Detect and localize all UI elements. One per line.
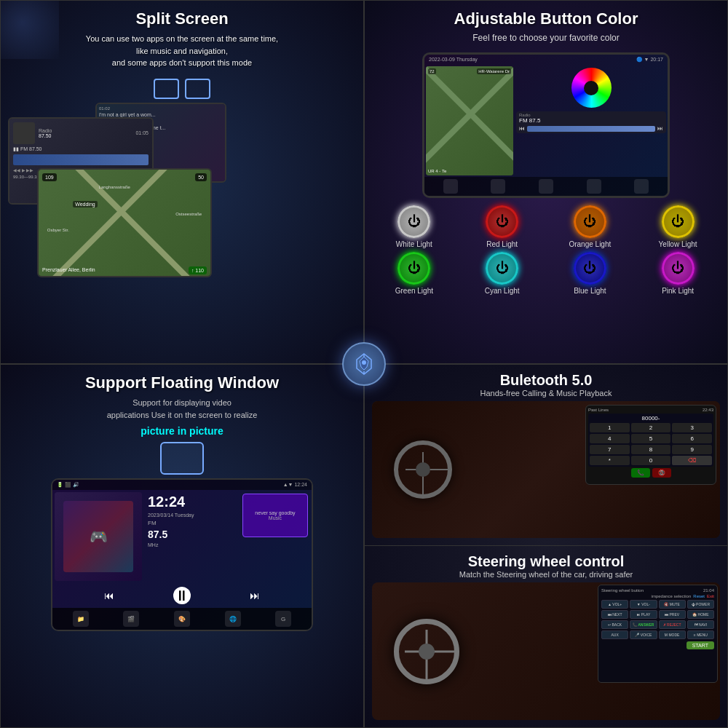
call-btn[interactable]: 📞 [631,468,650,478]
device-nav: 72 HR-Waiarere Dr UR 4 - Te [426,66,513,175]
dial-1[interactable]: 1 [590,423,630,432]
bottom-icon-2 [491,179,505,194]
fbar-chrome[interactable]: 🌐 [225,611,241,627]
floating-subtitle: Support for displaying videoapplications… [1,395,363,424]
dial-4[interactable]: 4 [590,434,630,443]
sw-btn-home[interactable]: 🏠 HOME [687,610,714,619]
dial-6[interactable]: 6 [672,434,712,443]
ctrl-next[interactable]: ⏭ [250,590,260,601]
light-white[interactable]: ⏻ White Light [372,205,456,248]
float-music-controls: ⏮ ⏸ ⏭ [52,583,312,608]
sw-btn-vol-up[interactable]: ▲ VOL+ [601,600,628,609]
dial-area: 80000- 1 2 3 4 5 6 7 [588,414,713,467]
orange-light-label: Orange Light [569,240,611,248]
sw-start-btn[interactable]: START [687,641,714,649]
sw-btn-voice[interactable]: 🎤 VOICE [630,630,657,639]
dial-2[interactable]: 2 [631,423,671,432]
sw-btn-reject[interactable]: ✗ REJECT [659,620,686,629]
orange-light-icon: ⏻ [574,205,606,238]
sw-btn-play[interactable]: ⏯ PLAY [630,610,657,619]
bt-steering-panel: Buletooth 5.0 Hands-free Calling & Music… [364,364,728,728]
sw-btn-prev[interactable]: ⏮ PREV [659,610,686,619]
dial-5[interactable]: 5 [631,434,671,443]
sw-subtitle: Match the Steering wheel of the car, dri… [372,570,720,579]
dial-0[interactable]: 0 [631,456,671,465]
fbar-theme[interactable]: 🎨 [174,611,190,627]
sw-btn-answer[interactable]: 📞 ANSWER [630,620,657,629]
sw-btn-power[interactable]: ⏻ POWER [687,600,714,609]
device-topbar: 2022-03-09 Thursday 🔵 ▼ 20:17 [424,55,668,65]
yellow-light-icon: ⏻ [662,205,695,238]
split-box-left [154,79,179,99]
split-icon-area [1,79,363,99]
light-cyan[interactable]: ⏻ Cyan Light [460,252,545,295]
white-light-icon: ⏻ [397,205,430,238]
device-bottombar [424,177,668,196]
button-color-title: Adjustable Button Color [365,1,727,31]
sw-btn-menu[interactable]: ≡ MENU [687,630,714,639]
sw-controls-screen: Steering wheel button 21:04 impedance se… [598,585,718,683]
sw-btn-aux[interactable]: AUX [601,630,628,639]
light-blue[interactable]: ⏻ Blue Light [548,252,633,295]
light-pink[interactable]: ⏻ Pink Light [636,252,720,295]
floating-title: Support Floating Window [1,365,363,395]
dial-7[interactable]: 7 [590,445,630,454]
device-screen: 2022-03-09 Thursday 🔵 ▼ 20:17 72 HR-Waia… [424,55,668,196]
device-map: 72 HR-Waiarere Dr UR 4 - Te [426,66,513,175]
pip-icon-area [1,442,363,475]
sw-btn-vol-dn[interactable]: ▼ VOL- [630,600,657,609]
fbar-files[interactable]: 📁 [73,611,89,627]
split-screen-mockup: Radio87.50 01:05 ▮▮ FM 87.50 ◀◀ ▶ ▶▶ 99.… [8,103,356,292]
steering-visual: Steering wheel button 21:04 impedance se… [372,582,720,720]
color-wheel-center [584,81,598,95]
steering-section: Steering wheel control Match the Steerin… [365,546,727,727]
dial-8[interactable]: 8 [631,445,671,454]
dial-9[interactable]: 9 [672,445,712,454]
blue-light-label: Blue Light [574,287,606,295]
dial-del[interactable]: ⌫ [672,456,712,465]
floating-device-mockup: 🔋 ⬛ 🔊 ▲▼ 12:24 🎮 12:24 2023/03/14 Tuesda… [51,478,313,631]
bt-subtitle: Hands-free Calling & Music Playback [372,389,720,397]
float-time-top: ▲▼ 12:24 [283,482,307,488]
bluetooth-section: Buletooth 5.0 Hands-free Calling & Music… [365,365,727,546]
light-red[interactable]: ⏻ Red Light [460,205,545,248]
light-green[interactable]: ⏻ Green Light [372,252,456,295]
split-screen-panel: Split Screen You can use two apps on the… [0,0,364,364]
red-light-icon: ⏻ [486,205,518,238]
sw-title: Steering wheel control [372,553,720,570]
sw-buttons-grid: ▲ VOL+ ▼ VOL- 🔇 MUTE ⏻ POWER ⏭ NEXT ⏯ PL… [601,600,714,639]
pip-text: picture in picture [1,424,363,438]
sw-btn-next[interactable]: ⏭ NEXT [601,610,628,619]
light-yellow[interactable]: ⏻ Yellow Light [636,205,720,248]
sw-btn-mode[interactable]: M MODE [659,630,686,639]
sw-screen-controls: impedance selection Reset Exit [601,594,714,598]
call-buttons: 📞 📵 [588,468,713,478]
color-wheel [571,68,612,108]
split-screen-title: Split Screen [1,1,363,31]
hangup-btn[interactable]: 📵 [652,468,671,478]
device-music-bar: Radio FM 87.5 ⏮ ⏭ [516,111,666,133]
white-light-label: White Light [396,240,432,248]
fbar-video[interactable]: 🎬 [123,611,139,627]
red-light-label: Red Light [486,240,518,248]
split-screen-subtitle: You can use two apps on the screen at th… [1,31,363,75]
sw-btn-navi[interactable]: 🗺 NAVI [687,620,714,629]
car-interior-photo: Past Lines 22:43 80000- 1 2 3 4 [372,401,720,538]
pip-box-icon [160,442,204,475]
float-mhz: MHz [148,542,308,547]
bottom-icon-4 [587,179,601,194]
fbar-google[interactable]: G [275,611,291,627]
light-orange[interactable]: ⏻ Orange Light [548,205,633,248]
sw-btn-back[interactable]: ↩ BACK [601,620,628,629]
cyan-light-label: Cyan Light [485,287,520,295]
float-icons: 🔋 ⬛ 🔊 [57,482,79,488]
ctrl-prev[interactable]: ⏮ [104,590,114,601]
dial-3[interactable]: 3 [672,423,712,432]
ctrl-play[interactable]: ⏸ [173,587,191,604]
sw-btn-mute[interactable]: 🔇 MUTE [659,600,686,609]
bottom-icon-3 [539,179,553,194]
bt-title: Buletooth 5.0 [372,372,720,389]
green-light-icon: ⏻ [397,252,430,285]
cyan-light-icon: ⏻ [486,252,518,285]
dial-star[interactable]: * [590,456,630,465]
